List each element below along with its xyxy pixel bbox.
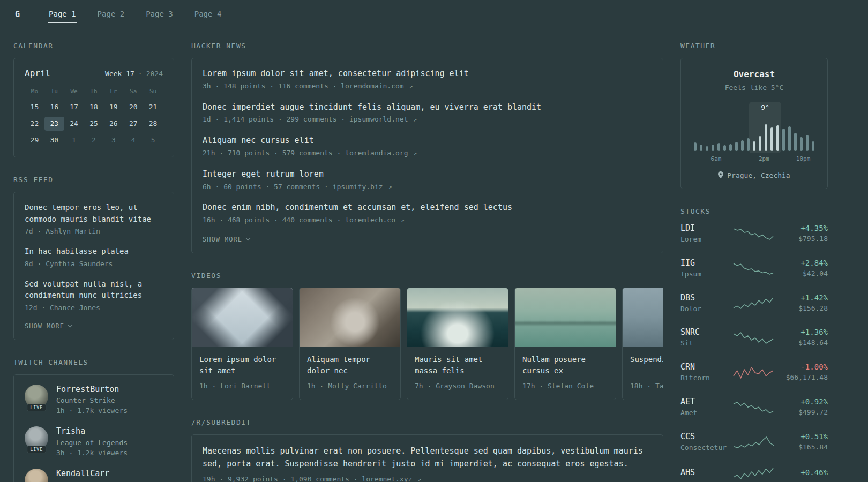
stock-row[interactable]: AET Amet +0.92% $499.72 — [680, 397, 828, 418]
twitch-channel[interactable]: LIVE ForrestBurton Counter-Strike 1h · 1… — [25, 385, 163, 416]
channel-avatar-image — [25, 469, 48, 482]
show-more-label: SHOW MORE — [203, 236, 242, 243]
weather-temp-bar — [694, 142, 697, 151]
calendar-day[interactable]: 25 — [84, 117, 104, 131]
stock-values: +1.36% $148.64 — [781, 328, 828, 348]
calendar-day[interactable]: 15 — [25, 100, 44, 114]
video-card[interactable]: Suspendisse diam 18h · Tara — [622, 288, 663, 400]
stock-row[interactable]: IIG Ipsum +2.84% $42.04 — [680, 258, 828, 280]
weather-temp-bar — [776, 125, 779, 151]
stock-sparkline — [732, 227, 774, 241]
external-link-icon[interactable]: ↗ — [409, 82, 413, 90]
twitch-channel[interactable]: LIVE Trisha League of Legends 3h · 1.2k … — [25, 426, 163, 458]
video-title[interactable]: Nullam posuere cursus ex — [515, 347, 616, 378]
weather-temp-bar — [806, 135, 809, 151]
external-link-icon[interactable]: ↗ — [413, 149, 417, 157]
page-tab[interactable]: Page 3 — [145, 6, 174, 23]
video-thumbnail[interactable] — [407, 288, 508, 347]
rss-item-link[interactable]: Sed volutpat nulla nisl, a condimentum n… — [25, 278, 163, 302]
weather-temp-bar — [759, 136, 761, 151]
stock-row[interactable]: CRN Bitcorn -1.00% $66,171.48 — [680, 362, 828, 383]
calendar-day[interactable]: 29 — [25, 133, 44, 147]
twitch-channel[interactable]: LIVE KendallCarr — [25, 469, 163, 482]
stock-change: -1.00% — [781, 363, 828, 371]
video-title[interactable]: Lorem ipsum dolor sit amet consectetu… — [192, 347, 293, 378]
calendar-day[interactable]: 24 — [64, 117, 84, 131]
weather-location[interactable]: Prague, Czechia — [727, 171, 790, 179]
channel-name[interactable]: Trisha — [56, 426, 128, 437]
calendar-day[interactable]: 17 — [64, 100, 84, 114]
calendar-day[interactable]: 19 — [103, 100, 123, 114]
calendar-day[interactable]: 28 — [143, 117, 163, 131]
calendar-day[interactable]: 3 — [103, 133, 123, 147]
day-of-week-label: Sa — [123, 88, 143, 95]
video-thumbnail[interactable] — [515, 288, 616, 347]
hn-item-link[interactable]: Donec enim nibh, condimentum et accumsan… — [203, 202, 652, 214]
stock-row[interactable]: SNRC Sit +1.36% $148.64 — [680, 327, 828, 349]
stock-row[interactable]: AHS +0.46% — [680, 466, 828, 480]
channel-name[interactable]: KendallCarr — [56, 469, 109, 479]
calendar-day[interactable]: 22 — [25, 117, 44, 131]
stock-row[interactable]: DBS Dolor +1.42% $156.28 — [680, 293, 828, 314]
hn-item-link[interactable]: Lorem ipsum dolor sit amet, consectetur … — [203, 68, 652, 80]
calendar-day[interactable]: 20 — [123, 100, 143, 114]
hn-item-link[interactable]: Aliquam nec cursus elit — [203, 135, 652, 147]
external-link-icon[interactable]: ↗ — [413, 116, 417, 123]
video-carousel[interactable]: Lorem ipsum dolor sit amet consectetu… 1… — [191, 288, 663, 400]
subreddit-card: Maecenas mollis pulvinar erat non posuer… — [191, 434, 663, 482]
weather-temp-bar — [712, 145, 714, 151]
calendar-day[interactable]: 30 — [44, 133, 64, 147]
stock-values: +4.35% $795.18 — [781, 224, 828, 244]
video-thumbnail[interactable] — [300, 288, 400, 347]
external-link-icon[interactable]: ↗ — [401, 216, 405, 224]
rss-item-link[interactable]: Donec tempor eros leo, ut commodo mauris… — [25, 202, 163, 225]
video-card[interactable]: Lorem ipsum dolor sit amet consectetu… 1… — [191, 288, 293, 400]
calendar-month[interactable]: April — [25, 68, 50, 78]
channel-name[interactable]: ForrestBurton — [56, 385, 128, 395]
calendar-day[interactable]: 2 — [84, 133, 104, 147]
calendar-week-label: Week 17 — [105, 70, 134, 78]
weather-temp-bar — [753, 141, 755, 151]
subreddit-section-title: /R/SUBREDDIT — [191, 418, 663, 426]
calendar-day[interactable]: 16 — [44, 100, 64, 114]
video-card[interactable]: Aliquam tempor dolor nec pharetra… 1h · … — [299, 288, 401, 400]
video-thumbnail[interactable] — [623, 288, 663, 347]
calendar-day[interactable]: 21 — [143, 100, 163, 114]
video-card[interactable]: Nullam posuere cursus ex 17h · Stefan Co… — [514, 288, 616, 400]
calendar-day[interactable]: 26 — [103, 117, 123, 131]
calendar-day[interactable]: 27 — [123, 117, 143, 131]
rss-item: Sed volutpat nulla nisl, a condimentum n… — [25, 278, 163, 313]
page-tab[interactable]: Page 2 — [97, 6, 125, 23]
calendar-day[interactable]: 1 — [64, 133, 84, 147]
day-of-week-label: Su — [143, 88, 163, 95]
calendar-day[interactable]: 23 — [44, 117, 64, 131]
rss-show-more-button[interactable]: SHOW MORE — [25, 322, 72, 330]
stock-values: +0.46% — [781, 468, 828, 478]
calendar-day[interactable]: 18 — [84, 100, 104, 114]
external-link-icon[interactable]: ↗ — [388, 183, 392, 191]
stock-name: Lorem — [680, 235, 725, 245]
video-title[interactable]: Suspendisse diam — [623, 347, 663, 378]
video-title[interactable]: Mauris sit amet massa felis — [407, 347, 508, 378]
post-link[interactable]: Maecenas mollis pulvinar erat non posuer… — [203, 445, 652, 470]
calendar-day[interactable]: 4 — [123, 133, 143, 147]
calendar-day[interactable]: 5 — [143, 133, 163, 147]
video-card[interactable]: Mauris sit amet massa felis 7h · Grayson… — [407, 288, 508, 400]
app-logo[interactable]: G — [15, 10, 20, 19]
video-title[interactable]: Aliquam tempor dolor nec pharetra… — [300, 347, 400, 378]
rss-item-link[interactable]: In hac habitasse platea — [25, 246, 163, 258]
page-tab[interactable]: Page 1 — [48, 6, 77, 23]
page-tab[interactable]: Page 4 — [194, 6, 222, 23]
stock-price: $42.04 — [781, 269, 828, 279]
hn-item-meta-text: 3h · 148 points · 116 comments · loremdo… — [203, 82, 404, 90]
hn-item-link[interactable]: Integer eget rutrum lorem — [203, 169, 652, 180]
hn-item-meta: 16h · 468 points · 440 comments · loremt… — [203, 215, 652, 225]
channel-info: Trisha League of Legends 3h · 1.2k viewe… — [56, 426, 128, 458]
chevron-down-icon — [68, 323, 72, 327]
stock-row[interactable]: LDI Lorem +4.35% $795.18 — [680, 223, 828, 245]
hn-item-link[interactable]: Donec imperdiet augue tincidunt felis al… — [203, 102, 652, 114]
external-link-icon[interactable]: ↗ — [417, 476, 421, 482]
hn-show-more-button[interactable]: SHOW MORE — [203, 236, 250, 243]
stock-row[interactable]: CCS Consectetur +0.51% $165.84 — [680, 432, 828, 453]
video-thumbnail[interactable] — [192, 288, 293, 347]
